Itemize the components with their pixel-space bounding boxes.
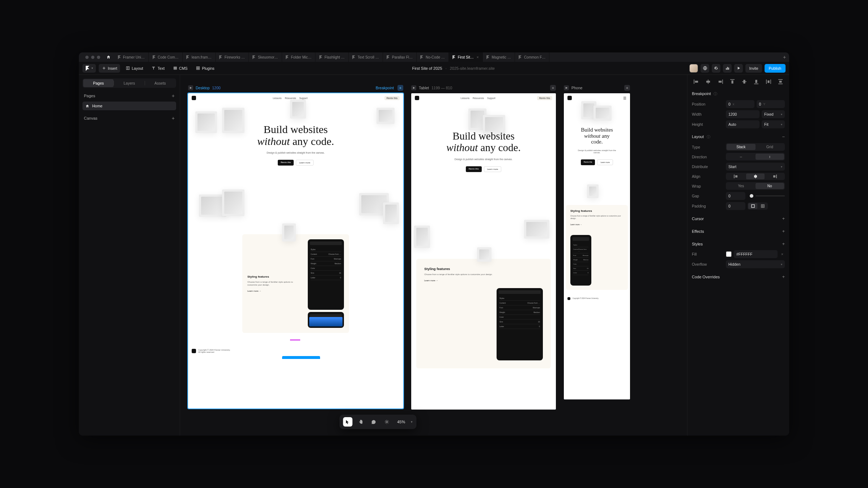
styles-section[interactable]: Styles+ bbox=[692, 237, 785, 250]
distribute-h-icon[interactable] bbox=[764, 78, 773, 85]
cms-button[interactable]: CMS bbox=[170, 64, 190, 73]
padding-per-side-icon[interactable] bbox=[758, 203, 767, 209]
project-tab[interactable]: Flashlight … bbox=[315, 52, 349, 62]
layout-button[interactable]: Layout bbox=[123, 64, 146, 73]
tab-layers[interactable]: Layers bbox=[114, 79, 144, 87]
position-x-input[interactable]: 0x bbox=[726, 100, 754, 108]
info-icon[interactable]: ⓘ bbox=[713, 92, 718, 96]
page-item-home[interactable]: Home bbox=[82, 102, 176, 110]
publish-button[interactable]: Publish bbox=[765, 64, 786, 73]
project-tab[interactable]: First Sit…× bbox=[449, 52, 483, 62]
position-y-input[interactable]: 0Y bbox=[757, 100, 785, 108]
chevron-down-icon[interactable]: ▾ bbox=[411, 420, 413, 424]
text-button[interactable]: Text bbox=[149, 64, 167, 73]
add-breakpoint-button[interactable]: + bbox=[550, 85, 556, 91]
play-icon[interactable]: ▶ bbox=[564, 85, 569, 90]
direction-toggle[interactable]: ↔ ↕ bbox=[726, 153, 785, 160]
align-left-icon[interactable] bbox=[692, 78, 701, 85]
panel-tabs: Pages Layers Assets bbox=[82, 78, 176, 88]
align-start-icon[interactable] bbox=[727, 174, 745, 179]
close-dot[interactable] bbox=[85, 56, 89, 59]
padding-uniform-icon[interactable] bbox=[748, 203, 757, 209]
frame-desktop-canvas[interactable]: Lessons Resources Support Remix this bbox=[188, 93, 403, 408]
project-tab[interactable]: Common F… bbox=[515, 52, 549, 62]
preview-play-button[interactable] bbox=[734, 64, 743, 73]
project-tab[interactable]: learn.fram… bbox=[183, 52, 216, 62]
new-tab-button[interactable]: + bbox=[780, 52, 789, 62]
project-tab[interactable]: No-Code … bbox=[417, 52, 449, 62]
globe-button[interactable] bbox=[701, 64, 709, 73]
theme-toggle[interactable] bbox=[382, 417, 391, 427]
add-canvas-button[interactable]: + bbox=[172, 115, 175, 121]
code-overrides-section[interactable]: Code Overrides+ bbox=[692, 270, 785, 283]
height-mode-select[interactable]: Fit▾ bbox=[762, 120, 785, 128]
insert-button[interactable]: Insert bbox=[99, 64, 120, 73]
plugins-button[interactable]: Plugins bbox=[193, 64, 217, 73]
close-icon[interactable]: × bbox=[477, 55, 479, 59]
direction-horizontal-icon[interactable]: ↔ bbox=[727, 154, 756, 160]
layout-type-toggle[interactable]: Stack Grid bbox=[726, 143, 785, 151]
align-toggle[interactable] bbox=[726, 173, 785, 180]
invite-button[interactable]: Invite bbox=[745, 64, 762, 73]
minimize-dot[interactable] bbox=[91, 56, 94, 59]
home-icon[interactable] bbox=[103, 52, 114, 62]
effects-section[interactable]: Effects+ bbox=[692, 225, 785, 237]
canvas-area[interactable]: ▶ Desktop 1200 Breakpoint + Les bbox=[180, 75, 687, 436]
align-right-icon[interactable] bbox=[716, 78, 725, 85]
user-avatar[interactable] bbox=[689, 64, 698, 73]
zoom-dot[interactable] bbox=[97, 56, 100, 59]
comment-tool[interactable] bbox=[369, 417, 378, 427]
align-h-center-icon[interactable] bbox=[704, 78, 712, 85]
width-mode-select[interactable]: Fixed▾ bbox=[762, 110, 785, 118]
frame-tablet-canvas[interactable]: Lessons Resources Support Remix this Bui… bbox=[411, 93, 556, 410]
add-breakpoint-button[interactable]: + bbox=[397, 85, 403, 91]
analytics-button[interactable] bbox=[723, 64, 732, 73]
align-v-center-icon[interactable] bbox=[740, 78, 749, 85]
distribute-select[interactable]: Start▾ bbox=[726, 163, 785, 171]
frame-phone-canvas[interactable]: ☰ Build websiteswithout anycode. Design … bbox=[564, 93, 630, 399]
app-menu[interactable]: ▾ bbox=[82, 64, 96, 73]
gap-slider[interactable] bbox=[750, 194, 753, 198]
project-tab[interactable]: Fireworks … bbox=[216, 52, 249, 62]
svg-rect-7 bbox=[196, 68, 198, 70]
remove-fill-button[interactable]: × bbox=[780, 252, 785, 256]
padding-input[interactable]: 0 bbox=[726, 202, 745, 210]
gap-input[interactable]: 0 bbox=[726, 192, 745, 200]
project-tab[interactable]: Skeuomor… bbox=[249, 52, 282, 62]
gear-button[interactable] bbox=[712, 64, 720, 73]
project-tab[interactable]: Magnetic … bbox=[483, 52, 515, 62]
distribute-v-icon[interactable] bbox=[776, 78, 785, 85]
remove-layout-button[interactable]: − bbox=[782, 134, 785, 140]
tab-assets[interactable]: Assets bbox=[145, 79, 175, 87]
height-input[interactable]: Auto bbox=[726, 120, 760, 128]
tab-pages[interactable]: Pages bbox=[83, 79, 114, 87]
zoom-level[interactable]: 45% bbox=[395, 420, 407, 424]
document-title[interactable]: First Site of 2025 · 2025-site.learnfram… bbox=[220, 66, 687, 70]
play-icon[interactable]: ▶ bbox=[188, 85, 193, 90]
fill-swatch[interactable] bbox=[726, 251, 732, 257]
overflow-select[interactable]: Hidden▾ bbox=[726, 260, 785, 268]
project-tab[interactable]: Code Com… bbox=[149, 52, 183, 62]
align-end-icon[interactable] bbox=[765, 174, 784, 179]
direction-vertical-icon[interactable]: ↕ bbox=[756, 154, 784, 160]
play-icon[interactable]: ▶ bbox=[411, 85, 416, 90]
align-bottom-icon[interactable] bbox=[752, 78, 761, 85]
cursor-tool[interactable] bbox=[343, 417, 352, 427]
add-breakpoint-button[interactable]: + bbox=[624, 85, 630, 91]
align-center-icon[interactable] bbox=[746, 174, 765, 179]
align-top-icon[interactable] bbox=[728, 78, 737, 85]
wrap-toggle[interactable]: Yes No bbox=[726, 182, 785, 190]
fill-value[interactable]: #FFFFFF bbox=[734, 250, 778, 258]
project-tab[interactable]: Parallax Fl… bbox=[383, 52, 417, 62]
breakpoint-label[interactable]: Breakpoint bbox=[376, 86, 394, 90]
hand-tool[interactable] bbox=[356, 417, 365, 427]
project-tab[interactable]: Framer Uni… bbox=[114, 52, 149, 62]
info-icon[interactable]: ⓘ bbox=[706, 135, 710, 139]
project-tab[interactable]: Text Scroll … bbox=[349, 52, 383, 62]
plus-icon bbox=[102, 66, 106, 70]
cursor-section[interactable]: Cursor+ bbox=[692, 212, 785, 225]
add-page-button[interactable]: + bbox=[172, 93, 175, 99]
padding-mode-toggle[interactable] bbox=[748, 202, 768, 210]
project-tab[interactable]: Folder Mic… bbox=[282, 52, 316, 62]
width-input[interactable]: 1200 bbox=[726, 110, 760, 118]
